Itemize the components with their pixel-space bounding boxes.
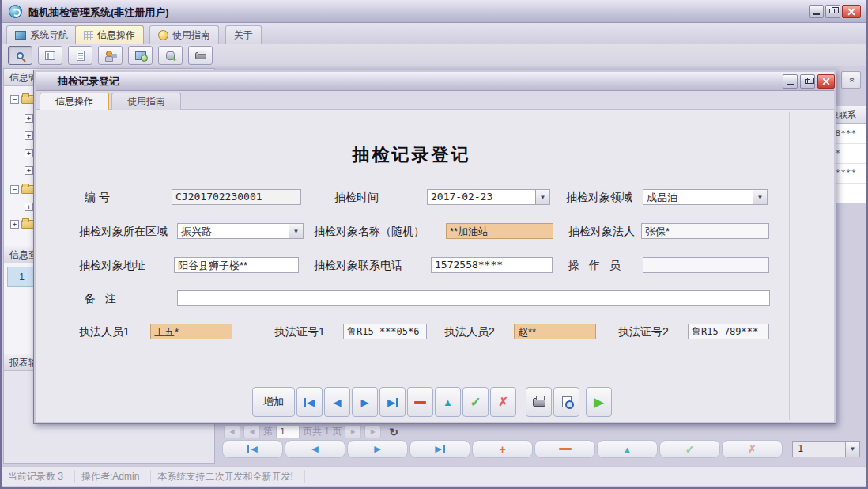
address-field[interactable]: 阳谷县狮子楼**	[174, 257, 299, 273]
officer2-field[interactable]: 赵**	[514, 324, 596, 339]
database-add-icon	[166, 51, 175, 60]
target-name-field[interactable]: **加油站	[446, 223, 553, 239]
operator-field[interactable]	[643, 257, 769, 273]
tree-node[interactable]	[25, 129, 33, 142]
document-button[interactable]	[68, 46, 92, 65]
code-label: 编 号	[85, 191, 110, 205]
chevron-down-icon[interactable]: ▼	[535, 190, 549, 204]
domain-combobox[interactable]: 成品油 ▼	[643, 189, 768, 205]
cert2-label: 执法证号2	[618, 325, 669, 339]
expand-node-icon[interactable]	[25, 131, 33, 140]
tree-node[interactable]	[10, 183, 34, 195]
nav-post-button[interactable]: ✓	[659, 440, 720, 458]
collapse-node-icon[interactable]	[10, 95, 19, 104]
print-button[interactable]	[526, 387, 552, 417]
officer1-label: 执法人员1	[79, 325, 130, 339]
expand-node-icon[interactable]	[25, 166, 33, 175]
tree-node[interactable]	[25, 200, 33, 213]
remark-field[interactable]	[177, 290, 770, 306]
expand-node-icon[interactable]	[25, 149, 33, 157]
nav-insert-button[interactable]: +	[472, 440, 533, 458]
cancel-record-button[interactable]: ✗	[490, 387, 516, 417]
user-button[interactable]	[98, 46, 123, 65]
combo-value: 1	[793, 442, 845, 457]
folder-icon	[21, 220, 34, 229]
expand-node-icon[interactable]	[25, 114, 33, 123]
officer1-field[interactable]: 王五*	[150, 324, 232, 339]
restore-button[interactable]	[825, 5, 840, 18]
dialog-maximize-button[interactable]	[800, 74, 815, 89]
tree-node[interactable]	[25, 112, 33, 124]
nav-prev-button[interactable]: ◀	[285, 440, 345, 458]
database-add-button[interactable]	[158, 46, 183, 65]
monitor-button[interactable]	[128, 46, 153, 65]
operator-label: 操 作 员	[568, 259, 624, 273]
status-bar: 当前记录数 3 操作者:Admin 本系统支持二次开发和全新开发!	[2, 466, 866, 486]
collapse-node-icon[interactable]	[10, 185, 19, 194]
phone-field[interactable]: 1572558****	[431, 257, 553, 273]
tab-info-operation[interactable]: 信息操作	[75, 25, 144, 44]
combo-value: 振兴路	[178, 224, 289, 238]
tree-node[interactable]	[25, 164, 33, 176]
time-combobox[interactable]: 2017-02-23 ▼	[427, 189, 550, 205]
tab-system-navigation[interactable]: 系统导航	[6, 25, 77, 44]
time-label: 抽检时间	[334, 191, 379, 205]
app-logo-icon	[9, 5, 22, 18]
dialog-minimize-button[interactable]	[783, 74, 798, 89]
nav-next-button[interactable]: ▶	[347, 440, 408, 458]
details-button[interactable]	[38, 46, 62, 65]
folder-icon	[21, 95, 34, 104]
cert2-field[interactable]: 鲁R15-789***	[688, 324, 769, 339]
refresh-icon[interactable]: ↻	[389, 426, 398, 438]
post-record-button[interactable]: ✓	[462, 387, 489, 417]
nav-cancel-button[interactable]: ✗	[722, 440, 783, 458]
chevron-down-icon[interactable]: ▼	[753, 190, 767, 204]
tab-user-guide[interactable]: 使用指南	[149, 25, 219, 44]
first-record-button[interactable]: ◀	[296, 387, 323, 417]
code-field[interactable]: CJ201702230001	[172, 189, 301, 205]
region-combobox[interactable]: 振兴路 ▼	[177, 223, 304, 239]
dialog-tab-user-guide[interactable]: 使用指南	[111, 93, 181, 110]
expand-node-icon[interactable]	[25, 203, 33, 211]
clock-icon	[158, 30, 168, 40]
prev-record-button[interactable]: ◀	[324, 387, 350, 417]
page-first-button[interactable]: ◀	[224, 426, 240, 438]
tree-node[interactable]	[10, 93, 34, 105]
close-icon	[847, 8, 855, 15]
cert1-field[interactable]: 鲁R15-***05*6	[343, 324, 427, 339]
tree-node[interactable]	[25, 146, 33, 159]
chevron-down-icon[interactable]: ▼	[289, 224, 303, 238]
expand-node-icon[interactable]	[10, 220, 19, 229]
legal-person-field[interactable]: 张保*	[641, 223, 769, 239]
panel-collapse-button[interactable]: »	[841, 71, 861, 89]
tree-node[interactable]	[10, 218, 34, 230]
record-count-combobox[interactable]: 1 ▼	[792, 441, 860, 457]
page-last-button[interactable]: ▶	[364, 426, 381, 438]
chevron-down-icon[interactable]: ▼	[845, 442, 859, 457]
query-item[interactable]: 1	[7, 267, 36, 287]
page-prev-button[interactable]: ◀	[243, 426, 260, 438]
nav-first-button[interactable]: ◀	[222, 440, 283, 458]
nav-last-button[interactable]: ▶	[409, 440, 470, 458]
next-record-button[interactable]: ▶	[352, 387, 378, 417]
preview-button[interactable]	[553, 387, 579, 417]
tab-label: 使用指南	[172, 28, 210, 42]
dialog-close-button[interactable]	[817, 74, 835, 89]
run-button[interactable]: ▶	[586, 387, 612, 417]
tab-about[interactable]: 关于	[225, 25, 262, 44]
nav-delete-button[interactable]	[534, 440, 595, 458]
add-button[interactable]: 增加	[252, 387, 295, 417]
close-button[interactable]	[842, 5, 861, 18]
page-number-input[interactable]: 1	[276, 426, 300, 438]
minimize-button[interactable]	[809, 5, 824, 18]
edit-record-button[interactable]: ▲	[435, 387, 461, 417]
phone-label: 抽检对象联系电话	[314, 259, 402, 273]
delete-record-button[interactable]	[407, 387, 433, 417]
dialog-tab-info-operation[interactable]: 信息操作	[40, 93, 109, 110]
printer-button[interactable]	[188, 46, 213, 65]
dialog-titlebar[interactable]: 抽检记录登记	[36, 72, 834, 91]
page-next-button[interactable]: ▶	[345, 426, 361, 438]
nav-edit-button[interactable]: ▲	[597, 440, 658, 458]
search-button[interactable]	[8, 46, 32, 65]
last-record-button[interactable]: ▶	[379, 387, 406, 417]
